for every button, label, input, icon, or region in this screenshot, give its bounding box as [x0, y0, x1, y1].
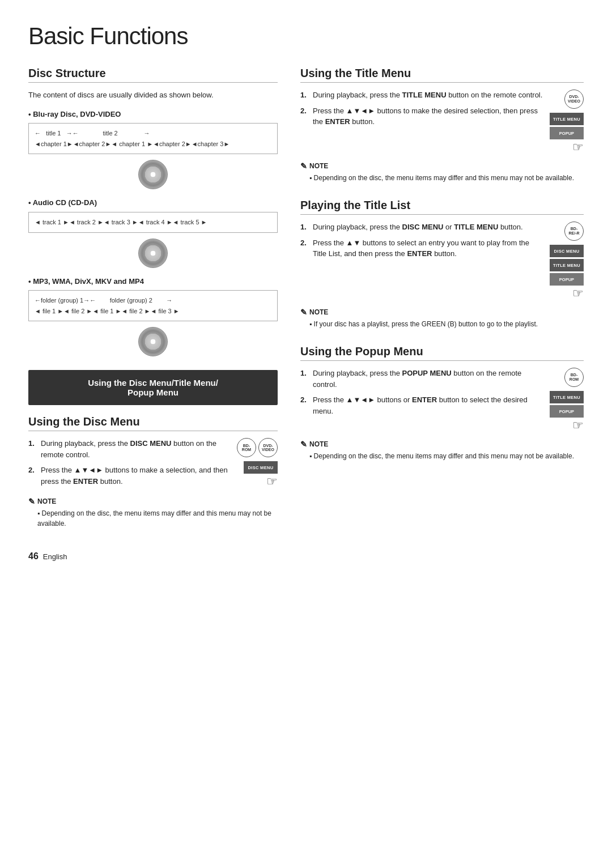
bluray-diagram: ← title 1 →← title 2 → ◄chapter 1►◄chapt… [28, 123, 278, 154]
disc-menu-remote: BD-ROM DVD-VIDEO DISC MENU ☞ [237, 438, 278, 488]
popup-menu-step-2: 2. Press the ▲▼◄► buttons or ENTER butto… [300, 394, 544, 416]
dvd-video-icon: DVD-VIDEO [258, 438, 278, 457]
title-list-title-menu-btn: TITLE MENU [550, 259, 584, 271]
mp3-diagram-line2: ◄ file 1 ►◄ file 2 ►◄ file 1 ►◄ file 2 ►… [35, 306, 271, 317]
popup-menu-note: ✎ NOTE Depending on the disc, the menu i… [300, 440, 584, 461]
popup-menu-title: Using the Popup Menu [300, 345, 584, 361]
title-list-step-2: 2. Press the ▲▼ buttons to select an ent… [300, 237, 544, 259]
bluray-disc-image [28, 160, 278, 189]
title-menu-note-label: ✎ NOTE [300, 161, 584, 171]
step-num: 1. [28, 438, 37, 460]
bluray-diagram-line1: ← title 1 →← title 2 → [35, 128, 271, 139]
title-list-hand-icon: ☞ [572, 287, 584, 300]
title-list-step-1-text: During playback, press the DISC MENU or … [313, 222, 523, 233]
bd-re-r-icon: BD-RE/-R [564, 222, 584, 241]
disc-menu-top-icons: BD-ROM DVD-VIDEO [237, 438, 278, 457]
pencil-icon: ✎ [300, 308, 307, 317]
disc-menu-step-1-text: During playback, press the DISC MENU but… [41, 438, 231, 460]
disc-structure-intro: The content of discs are usually divided… [28, 90, 278, 101]
title-menu-section: Using the Title Menu DVD-VIDEO TITLE MEN… [300, 67, 584, 183]
title-list-note-text: If your disc has a playlist, press the G… [300, 319, 584, 329]
step-num: 1. [300, 368, 309, 390]
popup-menu-note-text: Depending on the disc, the menu items ma… [300, 451, 584, 461]
mp3-diagram: ←folder (group) 1→← folder (group) 2 → ◄… [28, 290, 278, 321]
disc-menu-btn: DISC MENU [244, 461, 278, 474]
popup-menu-step-2-text: Press the ▲▼◄► buttons or ENTER button t… [313, 394, 544, 416]
popup-btn: POPUP [550, 405, 584, 418]
mp3-disc-image [28, 327, 278, 356]
popup-menu-hand-icon: ☞ [572, 419, 584, 432]
bluray-label: • Blu-ray Disc, DVD-VIDEO [28, 109, 278, 120]
title-menu-title: Using the Title Menu [300, 67, 584, 83]
bluray-diagram-line2: ◄chapter 1►◄chapter 2►◄ chapter 1 ►◄chap… [35, 139, 271, 150]
disc-menu-step-2: 2. Press the ▲▼◄► buttons to make a sele… [28, 465, 231, 487]
disc-menu-section: Using the Disc Menu BD-ROM DVD-VIDEO DIS… [28, 415, 278, 529]
popup-menu-step-1-text: During playback, press the POPUP MENU bu… [313, 368, 544, 390]
title-list-remote: BD-RE/-R DISC MENU TITLE MENU POPUP ☞ [550, 222, 584, 300]
disc-structure-title: Disc Structure [28, 67, 278, 83]
disc-structure-section: Disc Structure The content of discs are … [28, 67, 278, 356]
step-num: 2. [300, 237, 309, 259]
popup-title-menu-btn: TITLE MENU [550, 391, 584, 403]
disc-menu-note: ✎ NOTE Depending on the disc, the menu i… [28, 497, 278, 529]
pencil-icon: ✎ [28, 497, 35, 506]
title-menu-step-2-text: Press the ▲▼◄► buttons to make the desir… [313, 105, 544, 127]
popup-menu-remote-buttons: BD-ROM TITLE MENU POPUP ☞ [550, 368, 584, 432]
step-num: 2. [300, 105, 309, 127]
title-list-note: ✎ NOTE If your disc has a playlist, pres… [300, 308, 584, 329]
page-title: Basic Functions [28, 23, 584, 50]
title-menu-btn: TITLE MENU [550, 113, 584, 125]
title-menu-remote-buttons: DVD-VIDEO TITLE MENU POPUP ☞ [550, 90, 584, 154]
audiocd-diagram-line1: ◄ track 1 ►◄ track 2 ►◄ track 3 ►◄ track… [35, 217, 271, 228]
popup-menu-section: Using the Popup Menu BD-ROM TITLE MENU P… [300, 345, 584, 461]
pencil-icon: ✎ [300, 440, 307, 449]
title-menu-step-1-text: During playback, press the TITLE MENU bu… [313, 90, 542, 101]
popup-menu-note-label: ✎ NOTE [300, 440, 584, 449]
title-list-disc-menu-btn: DISC MENU [550, 245, 584, 257]
page-number: 46 English [28, 551, 278, 561]
bd-rom-icon: BD-ROM [237, 438, 256, 457]
disc-menu-remote-buttons: BD-ROM DVD-VIDEO DISC MENU ☞ [237, 438, 278, 488]
bluray-disc-icon [138, 160, 168, 189]
title-menu-remote: DVD-VIDEO TITLE MENU POPUP ☞ [550, 90, 584, 154]
title-list-top-icons: BD-RE/-R [564, 222, 584, 241]
dvd-video-icon-tm: DVD-VIDEO [564, 90, 584, 109]
title-list-section: Playing the Title List BD-RE/-R DISC MEN… [300, 199, 584, 329]
title-list-remote-buttons: BD-RE/-R DISC MENU TITLE MENU POPUP ☞ [550, 222, 584, 300]
disc-menu-title: Using the Disc Menu [28, 415, 278, 431]
bd-rom-icon-pm: BD-ROM [564, 368, 584, 387]
title-menu-step-2: 2. Press the ▲▼◄► buttons to make the de… [300, 105, 544, 127]
audiocd-disc-image [28, 239, 278, 268]
disc-menu-step-2-text: Press the ▲▼◄► buttons to make a selecti… [41, 465, 231, 487]
title-menu-top-icons: DVD-VIDEO [564, 90, 584, 109]
highlight-box: Using the Disc Menu/Title Menu/ Popup Me… [28, 370, 278, 405]
popup-menu-remote: BD-ROM TITLE MENU POPUP ☞ [550, 368, 584, 432]
title-list-note-label: ✎ NOTE [300, 308, 584, 317]
popup-menu-steps: 1. During playback, press the POPUP MENU… [300, 368, 584, 416]
title-list-popup-btn: POPUP [550, 273, 584, 286]
popup-menu-step-1: 1. During playback, press the POPUP MENU… [300, 368, 544, 390]
audiocd-label: • Audio CD (CD-DA) [28, 197, 278, 209]
title-menu-step-1: 1. During playback, press the TITLE MENU… [300, 90, 544, 101]
step-num: 1. [300, 222, 309, 233]
title-list-title: Playing the Title List [300, 199, 584, 215]
highlight-line2: Popup Menu [40, 388, 266, 397]
mp3-label: • MP3, WMA, DivX, MKV and MP4 [28, 276, 278, 287]
disc-menu-note-label: ✎ NOTE [28, 497, 278, 506]
disc-menu-step-1: 1. During playback, press the DISC MENU … [28, 438, 231, 460]
step-num: 2. [28, 465, 37, 487]
audiocd-diagram: ◄ track 1 ►◄ track 2 ►◄ track 3 ►◄ track… [28, 212, 278, 233]
mp3-disc-icon [138, 327, 168, 356]
title-menu-steps: 1. During playback, press the TITLE MENU… [300, 90, 584, 127]
title-menu-hand-icon: ☞ [572, 141, 584, 154]
step-num: 1. [300, 90, 309, 101]
popup-menu-top-icons: BD-ROM [564, 368, 584, 387]
title-menu-note: ✎ NOTE Depending on the disc, the menu i… [300, 161, 584, 183]
step-num: 2. [300, 394, 309, 416]
title-popup-btn: POPUP [550, 127, 584, 139]
disc-menu-hand-icon: ☞ [266, 475, 278, 488]
audiocd-disc-icon [138, 239, 168, 268]
disc-menu-note-text: Depending on the disc, the menu items ma… [28, 508, 278, 529]
highlight-line1: Using the Disc Menu/Title Menu/ [40, 378, 266, 388]
mp3-diagram-line1: ←folder (group) 1→← folder (group) 2 → [35, 295, 271, 306]
